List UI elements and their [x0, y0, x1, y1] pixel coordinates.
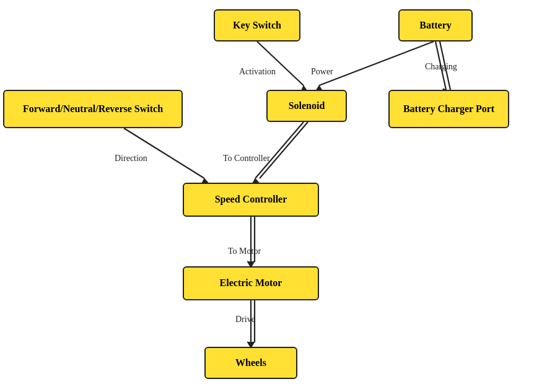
diagram-container: Key Switch Battery Solenoid Battery Char…	[0, 0, 560, 392]
forward-switch-box: Forward/Neutral/Reverse Switch	[3, 90, 183, 128]
svg-line-2	[319, 41, 434, 85]
activation-label: Activation	[239, 67, 276, 77]
to-controller-label: To Controller	[223, 154, 270, 163]
key-switch-box: Key Switch	[214, 9, 300, 41]
direction-label: Direction	[115, 154, 147, 163]
charging-label: Charging	[425, 62, 457, 72]
battery-box: Battery	[398, 9, 473, 41]
svg-line-0	[257, 41, 304, 85]
to-motor-label: To Motor	[228, 246, 261, 256]
speed-controller-box: Speed Controller	[183, 183, 319, 217]
drive-label: Drive	[235, 315, 255, 324]
power-label: Power	[311, 67, 333, 77]
svg-line-11	[260, 122, 308, 178]
wheels-box: Wheels	[204, 347, 297, 379]
electric-motor-box: Electric Motor	[183, 266, 319, 300]
solenoid-box: Solenoid	[266, 90, 347, 122]
svg-line-9	[255, 122, 304, 178]
battery-charger-port-box: Battery Charger Port	[388, 90, 509, 128]
